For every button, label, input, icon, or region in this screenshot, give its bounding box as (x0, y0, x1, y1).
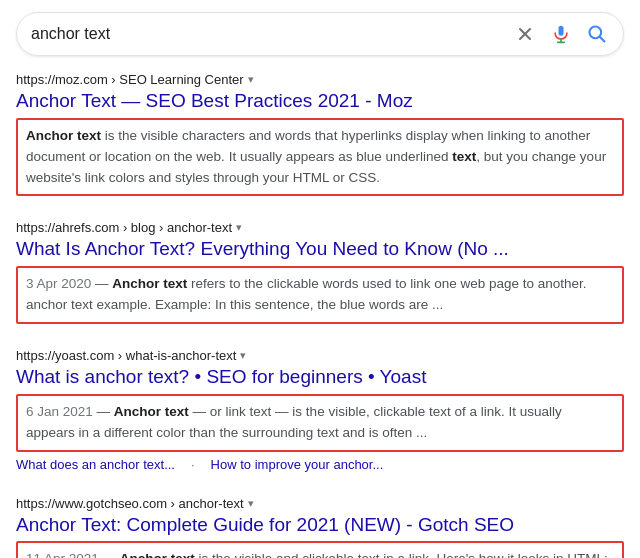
result-url-arrow[interactable]: ▾ (248, 73, 254, 86)
result-title[interactable]: What is anchor text? • SEO for beginners… (16, 365, 624, 390)
related-link-separator: · (191, 457, 195, 472)
svg-rect-2 (559, 26, 564, 36)
result-url-line: https://www.gotchseo.com › anchor-text ▾ (16, 496, 624, 511)
result-url: https://www.gotchseo.com › anchor-text (16, 496, 244, 511)
result-url: https://ahrefs.com › blog › anchor-text (16, 220, 232, 235)
result-item: https://yoast.com › what-is-anchor-text … (16, 348, 624, 472)
result-url-line: https://ahrefs.com › blog › anchor-text … (16, 220, 624, 235)
voice-search-button[interactable] (549, 22, 573, 46)
related-links: What does an anchor text... · How to imp… (16, 457, 624, 472)
result-snippet: 11 Apr 2021 — Anchor text is the visible… (16, 541, 624, 558)
search-bar-icons (513, 22, 609, 46)
result-url-line: https://yoast.com › what-is-anchor-text … (16, 348, 624, 363)
result-snippet: Anchor text is the visible characters an… (16, 118, 624, 197)
result-url-arrow[interactable]: ▾ (240, 349, 246, 362)
related-link[interactable]: How to improve your anchor... (211, 457, 384, 472)
result-url-line: https://moz.com › SEO Learning Center ▾ (16, 72, 624, 87)
results-container: https://moz.com › SEO Learning Center ▾ … (0, 72, 640, 558)
search-input[interactable] (31, 25, 513, 43)
result-item: https://ahrefs.com › blog › anchor-text … (16, 220, 624, 324)
clear-button[interactable] (513, 22, 537, 46)
result-url: https://yoast.com › what-is-anchor-text (16, 348, 236, 363)
result-title[interactable]: Anchor Text — SEO Best Practices 2021 - … (16, 89, 624, 114)
search-bar[interactable] (16, 12, 624, 56)
related-link[interactable]: What does an anchor text... (16, 457, 175, 472)
result-url: https://moz.com › SEO Learning Center (16, 72, 244, 87)
result-item: https://moz.com › SEO Learning Center ▾ … (16, 72, 624, 196)
result-title[interactable]: What Is Anchor Text? Everything You Need… (16, 237, 624, 262)
result-url-arrow[interactable]: ▾ (248, 497, 254, 510)
result-url-arrow[interactable]: ▾ (236, 221, 242, 234)
result-snippet: 3 Apr 2020 — Anchor text refers to the c… (16, 266, 624, 324)
result-item: https://www.gotchseo.com › anchor-text ▾… (16, 496, 624, 558)
result-snippet: 6 Jan 2021 — Anchor text — or link text … (16, 394, 624, 452)
result-title[interactable]: Anchor Text: Complete Guide for 2021 (NE… (16, 513, 624, 538)
svg-line-6 (600, 37, 605, 42)
search-button[interactable] (585, 22, 609, 46)
